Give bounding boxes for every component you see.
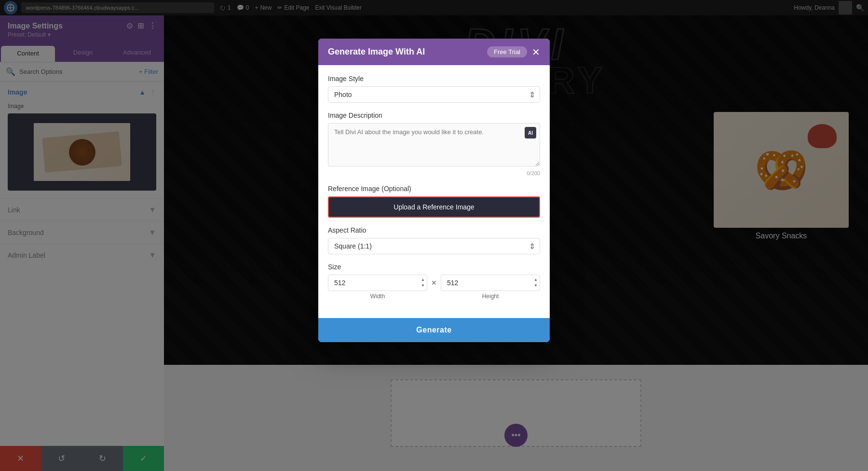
height-spinner: ▲ ▼ bbox=[533, 277, 538, 288]
modal-header-right: Free Trial ✕ bbox=[487, 46, 540, 57]
modal-body: Image Style PhotoPaintingSketch ⇕ Image … bbox=[318, 65, 550, 318]
reference-image-label: Reference Image (Optional) bbox=[328, 185, 540, 193]
width-input[interactable] bbox=[328, 275, 427, 291]
aspect-ratio-group: Aspect Ratio Square (1:1)Landscape (16:9… bbox=[328, 226, 540, 254]
image-style-select-wrapper: PhotoPaintingSketch ⇕ bbox=[328, 86, 540, 103]
width-input-wrapper: ▲ ▼ bbox=[328, 275, 427, 291]
modal-footer: Generate bbox=[318, 318, 550, 342]
width-decrement[interactable]: ▼ bbox=[420, 283, 425, 289]
description-textarea[interactable] bbox=[328, 123, 540, 166]
aspect-ratio-select[interactable]: Square (1:1)Landscape (16:9)Portrait (9:… bbox=[328, 238, 540, 254]
image-description-label: Image Description bbox=[328, 111, 540, 119]
textarea-wrapper: AI bbox=[328, 123, 540, 168]
modal-close-button[interactable]: ✕ bbox=[532, 47, 540, 57]
height-input[interactable] bbox=[441, 275, 540, 291]
size-group: Size ▲ ▼ ✕ ▲ ▼ bbox=[328, 263, 540, 300]
width-spinner: ▲ ▼ bbox=[420, 277, 425, 288]
aspect-ratio-label: Aspect Ratio bbox=[328, 226, 540, 234]
ai-modal: Generate Image With AI Free Trial ✕ Imag… bbox=[318, 39, 550, 342]
ai-icon: AI bbox=[525, 127, 536, 139]
char-count: 0/200 bbox=[328, 170, 540, 176]
upload-reference-button[interactable]: Upload a Reference Image bbox=[328, 196, 540, 218]
width-increment[interactable]: ▲ bbox=[420, 277, 425, 283]
size-row: ▲ ▼ ✕ ▲ ▼ bbox=[328, 275, 540, 291]
size-separator: ✕ bbox=[431, 279, 437, 287]
generate-button[interactable]: Generate bbox=[318, 318, 550, 342]
image-description-group: Image Description AI 0/200 bbox=[328, 111, 540, 176]
ai-badge-icon: AI bbox=[525, 127, 536, 139]
free-trial-badge: Free Trial bbox=[487, 46, 527, 57]
height-decrement[interactable]: ▼ bbox=[533, 283, 538, 289]
reference-image-group: Reference Image (Optional) Upload a Refe… bbox=[328, 185, 540, 218]
aspect-ratio-select-wrapper: Square (1:1)Landscape (16:9)Portrait (9:… bbox=[328, 238, 540, 254]
image-style-select[interactable]: PhotoPaintingSketch bbox=[328, 86, 540, 103]
upload-btn-wrapper: Upload a Reference Image bbox=[328, 196, 540, 218]
height-increment[interactable]: ▲ bbox=[533, 277, 538, 283]
image-style-label: Image Style bbox=[328, 75, 540, 83]
modal-overlay: Generate Image With AI Free Trial ✕ Imag… bbox=[0, 0, 868, 471]
modal-title: Generate Image With AI bbox=[328, 47, 425, 57]
modal-header: Generate Image With AI Free Trial ✕ bbox=[318, 39, 550, 65]
size-label: Size bbox=[328, 263, 540, 271]
height-label: Height bbox=[441, 293, 540, 300]
image-style-group: Image Style PhotoPaintingSketch ⇕ bbox=[328, 75, 540, 103]
size-labels: Width Height bbox=[328, 293, 540, 300]
height-input-wrapper: ▲ ▼ bbox=[441, 275, 540, 291]
width-label: Width bbox=[328, 293, 427, 300]
